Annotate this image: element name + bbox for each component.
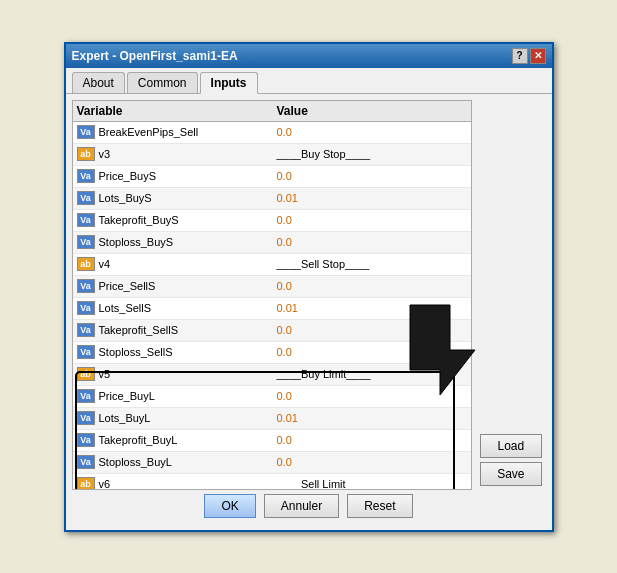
row-variable-name: v6 — [99, 478, 277, 489]
row-value[interactable]: 0.0 — [277, 236, 468, 248]
window-title: Expert - OpenFirst_sami1-EA — [72, 49, 238, 63]
row-type-icon: ab — [77, 147, 95, 161]
row-type-icon: Va — [77, 455, 95, 469]
row-type-icon: Va — [77, 323, 95, 337]
tab-content: Variable Value Va BreakEvenPips_Sell 0.0… — [66, 94, 552, 530]
annuler-button[interactable]: Annuler — [264, 494, 339, 518]
row-value[interactable]: 0.0 — [277, 456, 468, 468]
table-row[interactable]: ab v3 ____Buy Stop____ — [73, 144, 472, 166]
row-value[interactable]: ____Buy Stop____ — [277, 148, 468, 160]
row-variable-name: Stoploss_BuyL — [99, 456, 277, 468]
table-row[interactable]: Va BreakEvenPips_Sell 0.0 — [73, 122, 472, 144]
row-value[interactable]: 0.0 — [277, 214, 468, 226]
row-variable-name: Stoploss_BuyS — [99, 236, 277, 248]
row-type-icon: ab — [77, 257, 95, 271]
title-bar: Expert - OpenFirst_sami1-EA ? ✕ — [66, 44, 552, 68]
row-type-icon: Va — [77, 191, 95, 205]
row-type-icon: Va — [77, 433, 95, 447]
table-row[interactable]: Va Lots_BuyS 0.01 — [73, 188, 472, 210]
ok-button[interactable]: OK — [204, 494, 255, 518]
load-button[interactable]: Load — [480, 434, 541, 458]
row-value[interactable]: 0.0 — [277, 280, 468, 292]
tab-inputs[interactable]: Inputs — [200, 72, 258, 94]
row-value[interactable]: 0.01 — [277, 412, 468, 424]
row-variable-name: Lots_SellS — [99, 302, 277, 314]
row-variable-name: Lots_BuyS — [99, 192, 277, 204]
tab-common[interactable]: Common — [127, 72, 198, 93]
main-window: Expert - OpenFirst_sami1-EA ? ✕ About Co… — [64, 42, 554, 532]
row-variable-name: Lots_BuyL — [99, 412, 277, 424]
table-row[interactable]: Va Price_BuyL 0.0 — [73, 386, 472, 408]
row-value[interactable]: 0.0 — [277, 346, 468, 358]
row-variable-name: v5 — [99, 368, 277, 380]
help-button[interactable]: ? — [512, 48, 528, 64]
row-variable-name: Takeprofit_SellS — [99, 324, 277, 336]
row-value[interactable]: 0.01 — [277, 192, 468, 204]
row-value[interactable]: 0.0 — [277, 126, 468, 138]
tab-about[interactable]: About — [72, 72, 125, 93]
row-variable-name: Takeprofit_BuyS — [99, 214, 277, 226]
row-type-icon: Va — [77, 279, 95, 293]
row-type-icon: Va — [77, 125, 95, 139]
col-variable-header: Variable — [77, 104, 277, 118]
table-row[interactable]: Va Takeprofit_SellS 0.0 — [73, 320, 472, 342]
row-variable-name: Takeprofit_BuyL — [99, 434, 277, 446]
table-body[interactable]: Va BreakEvenPips_Sell 0.0 ab v3 ____Buy … — [73, 122, 472, 489]
row-variable-name: BreakEvenPips_Sell — [99, 126, 277, 138]
row-type-icon: Va — [77, 389, 95, 403]
row-variable-name: v4 — [99, 258, 277, 270]
title-bar-controls: ? ✕ — [512, 48, 546, 64]
row-type-icon: ab — [77, 367, 95, 381]
tab-bar: About Common Inputs — [66, 68, 552, 94]
table-row[interactable]: Va Lots_SellS 0.01 — [73, 298, 472, 320]
row-value[interactable]: ____Sell Stop____ — [277, 258, 468, 270]
table-row[interactable]: Va Price_BuyS 0.0 — [73, 166, 472, 188]
row-value[interactable]: ____Sell Limit____ — [277, 478, 468, 489]
table-row[interactable]: Va Price_SellS 0.0 — [73, 276, 472, 298]
row-value[interactable]: 0.0 — [277, 170, 468, 182]
row-variable-name: v3 — [99, 148, 277, 160]
table-row[interactable]: Va Stoploss_SellS 0.0 — [73, 342, 472, 364]
row-type-icon: Va — [77, 169, 95, 183]
row-type-icon: Va — [77, 345, 95, 359]
table-row[interactable]: ab v4 ____Sell Stop____ — [73, 254, 472, 276]
side-panel: Load Save — [476, 100, 545, 490]
inputs-table: Variable Value Va BreakEvenPips_Sell 0.0… — [72, 100, 473, 490]
bottom-actions: OK Annuler Reset — [72, 490, 546, 524]
row-value[interactable]: ____Buy Limit____ — [277, 368, 468, 380]
table-row[interactable]: Va Lots_BuyL 0.01 — [73, 408, 472, 430]
row-type-icon: Va — [77, 411, 95, 425]
row-variable-name: Price_BuyL — [99, 390, 277, 402]
row-variable-name: Stoploss_SellS — [99, 346, 277, 358]
table-row[interactable]: Va Stoploss_BuyL 0.0 — [73, 452, 472, 474]
reset-button[interactable]: Reset — [347, 494, 412, 518]
col-value-header: Value — [277, 104, 468, 118]
save-button[interactable]: Save — [480, 462, 541, 486]
row-type-icon: Va — [77, 235, 95, 249]
table-row[interactable]: Va Takeprofit_BuyS 0.0 — [73, 210, 472, 232]
table-row[interactable]: ab v5 ____Buy Limit____ — [73, 364, 472, 386]
row-value[interactable]: 0.0 — [277, 434, 468, 446]
row-type-icon: Va — [77, 301, 95, 315]
row-value[interactable]: 0.0 — [277, 390, 468, 402]
row-value[interactable]: 0.0 — [277, 324, 468, 336]
row-type-icon: Va — [77, 213, 95, 227]
table-row[interactable]: ab v6 ____Sell Limit____ — [73, 474, 472, 489]
table-header: Variable Value — [73, 101, 472, 122]
row-value[interactable]: 0.01 — [277, 302, 468, 314]
table-row[interactable]: Va Takeprofit_BuyL 0.0 — [73, 430, 472, 452]
row-variable-name: Price_SellS — [99, 280, 277, 292]
table-row[interactable]: Va Stoploss_BuyS 0.0 — [73, 232, 472, 254]
row-variable-name: Price_BuyS — [99, 170, 277, 182]
close-button[interactable]: ✕ — [530, 48, 546, 64]
row-type-icon: ab — [77, 477, 95, 489]
